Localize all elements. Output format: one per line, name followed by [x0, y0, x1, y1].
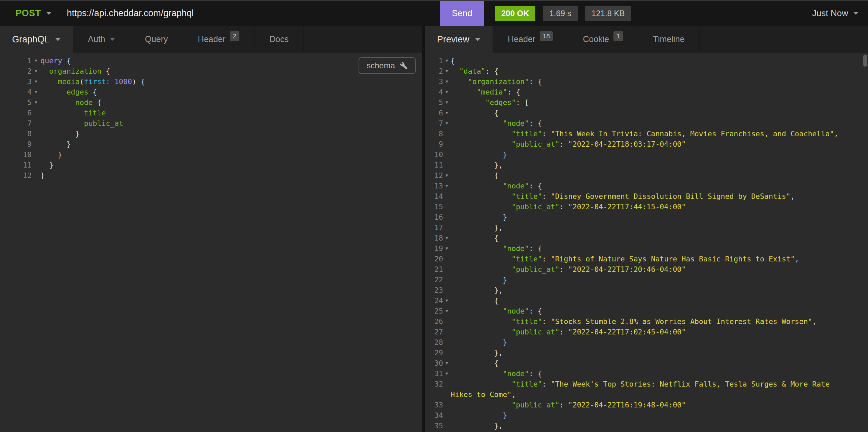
pane-divider[interactable]: [422, 53, 425, 432]
chevron-down-icon: [475, 38, 480, 41]
fold-arrow-icon[interactable]: ▾: [32, 66, 40, 76]
line-number: 12: [0, 170, 32, 181]
line-number: 16: [425, 212, 443, 222]
tab-label: Docs: [269, 34, 288, 44]
code-line: 24▾ {: [425, 295, 868, 306]
fold-arrow-icon[interactable]: ▾: [32, 76, 40, 87]
response-tab-row: Preview Header18Cookie1Timeline: [425, 26, 868, 53]
line-number: 8: [425, 129, 443, 139]
code-line: 29 },: [425, 347, 868, 358]
code-text: "edges": [: [451, 97, 868, 108]
fold-arrow-icon[interactable]: ▾: [443, 233, 451, 243]
fold-arrow-icon[interactable]: ▾: [443, 181, 451, 191]
fold-arrow-icon[interactable]: ▾: [32, 97, 40, 108]
line-number: 6: [425, 108, 443, 118]
line-number: 10: [0, 149, 32, 160]
line-number: 24: [425, 295, 443, 306]
chevron-down-icon: [110, 38, 115, 41]
line-number: 27: [425, 327, 443, 337]
fold-arrow-icon[interactable]: ▾: [443, 243, 451, 254]
line-number: 25: [425, 306, 443, 316]
code-text: {: [451, 233, 868, 243]
fold-arrow-icon[interactable]: ▾: [443, 368, 451, 379]
code-line: 32 "title": "The Week's Top Stories: Net…: [425, 379, 868, 400]
code-line: 1▾{: [425, 56, 868, 66]
line-number: 11: [0, 160, 32, 170]
send-button[interactable]: Send: [440, 1, 484, 26]
fold-arrow-icon[interactable]: ▾: [443, 108, 451, 118]
fold-arrow-icon[interactable]: ▾: [443, 87, 451, 97]
scrollbar-thumb[interactable]: [863, 55, 867, 67]
code-line: 9 "public_at": "2022-04-22T18:03:17-04:0…: [425, 139, 868, 149]
line-number: 2: [0, 66, 32, 76]
request-tab-docs[interactable]: Docs: [254, 26, 304, 52]
fold-arrow-icon[interactable]: ▾: [443, 306, 451, 316]
tab-label: Auth: [88, 34, 105, 44]
code-line: 7▾ "node": {: [425, 118, 868, 129]
line-number: 23: [425, 285, 443, 295]
fold-arrow-icon[interactable]: ▾: [32, 56, 40, 66]
code-line: 9 }: [0, 139, 422, 149]
code-text: },: [451, 421, 868, 431]
fold-arrow-icon[interactable]: ▾: [443, 56, 451, 66]
code-line: 13▾ "node": {: [425, 181, 868, 191]
code-text: }: [40, 170, 422, 181]
fold-arrow-icon[interactable]: ▾: [443, 66, 451, 76]
code-line: 4▾ edges {: [0, 87, 422, 97]
fold-arrow-icon[interactable]: ▾: [32, 87, 40, 97]
response-meta-bar: 200 OK 1.69 s 121.8 KB Just Now: [484, 1, 868, 26]
method-dropdown[interactable]: POST: [0, 1, 63, 26]
response-history-label: Just Now: [812, 8, 848, 19]
response-tab-header[interactable]: Header18: [493, 26, 568, 52]
tab-label: Timeline: [653, 34, 685, 44]
response-tab-timeline[interactable]: Timeline: [639, 26, 700, 52]
line-number: 7: [0, 118, 32, 129]
code-line: 34 }: [425, 410, 868, 421]
fold-arrow-icon[interactable]: ▾: [443, 295, 451, 306]
response-preview-viewer[interactable]: 1▾{2▾ "data": {3▾ "organization": {4▾ "m…: [425, 53, 868, 432]
fold-arrow-icon[interactable]: ▾: [443, 76, 451, 87]
code-text: "public_at": "2022-04-22T17:20:46-04:00": [451, 264, 868, 274]
line-number: 8: [0, 129, 32, 139]
code-text: "node": {: [451, 118, 868, 129]
code-text: "public_at": "2022-04-22T18:03:17-04:00": [451, 139, 868, 149]
url-input[interactable]: https://api.cheddar.com/graphql: [63, 1, 440, 26]
request-tab-auth[interactable]: Auth: [73, 26, 130, 52]
fold-arrow-icon[interactable]: ▾: [443, 358, 451, 368]
request-tab-query[interactable]: Query: [130, 26, 183, 52]
fold-arrow-icon[interactable]: ▾: [443, 170, 451, 181]
code-text: "node": {: [451, 368, 868, 379]
response-view-dropdown[interactable]: Preview: [425, 26, 493, 53]
code-text: "organization": {: [451, 76, 868, 87]
request-tab-header[interactable]: Header2: [183, 26, 255, 52]
code-text: {: [451, 295, 868, 306]
code-text: },: [451, 285, 868, 295]
code-line: 28 }: [425, 337, 868, 347]
response-history-dropdown[interactable]: Just Now: [812, 8, 859, 19]
tab-label: Header: [198, 34, 225, 44]
code-line: 27 "public_at": "2022-04-22T17:02:45-04:…: [425, 327, 868, 337]
line-number: 17: [425, 222, 443, 233]
response-tab-cookie[interactable]: Cookie1: [568, 26, 638, 52]
request-body-type-dropdown[interactable]: GraphQL: [0, 26, 73, 53]
code-text: "public_at": "2022-04-22T17:44:15-04:00": [451, 202, 868, 212]
line-number: 13: [425, 181, 443, 191]
line-number: 32: [425, 379, 443, 389]
line-number: 30: [425, 358, 443, 368]
graphql-query-editor[interactable]: schema 1▾query {2▾ organization {3▾ medi…: [0, 53, 422, 432]
line-number: 29: [425, 347, 443, 358]
code-text: media(first: 1000) {: [40, 76, 422, 87]
code-text: }: [451, 337, 868, 347]
request-tabs: AuthQueryHeader2Docs: [73, 26, 422, 53]
pane-divider[interactable]: [422, 26, 425, 53]
fold-arrow-icon[interactable]: ▾: [443, 97, 451, 108]
code-text: }: [40, 129, 422, 139]
code-text: {: [451, 170, 868, 181]
code-line: 20 "title": "Rights of Nature Says Natur…: [425, 254, 868, 264]
line-number: 3: [0, 76, 32, 87]
code-line: 26 "title": "Stocks Stumble 2.8% as Worr…: [425, 316, 868, 327]
code-text: "title": "Stocks Stumble 2.8% as Worries…: [451, 316, 868, 327]
code-line: 18▾ {: [425, 233, 868, 243]
schema-button[interactable]: schema: [359, 57, 416, 74]
fold-arrow-icon[interactable]: ▾: [443, 118, 451, 129]
